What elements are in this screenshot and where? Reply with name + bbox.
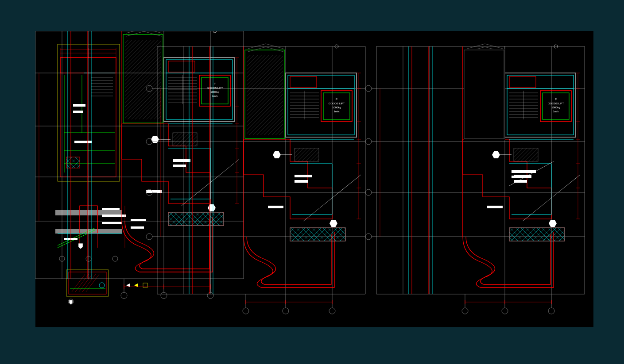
svg-rect-22 bbox=[73, 111, 83, 113]
svg-rect-126 bbox=[173, 165, 186, 167]
svg-marker-111 bbox=[208, 204, 216, 211]
svg-rect-23 bbox=[74, 141, 92, 143]
svg-line-48 bbox=[75, 274, 89, 292]
svg-rect-87 bbox=[125, 40, 161, 119]
lift-label-line4: 1m/s bbox=[212, 95, 217, 97]
dim-chain-right bbox=[235, 57, 239, 203]
lift-label-line2: GOODS LIFT bbox=[207, 87, 223, 89]
svg-rect-129 bbox=[464, 49, 505, 140]
svg-rect-92 bbox=[168, 61, 195, 72]
svg-line-50 bbox=[82, 274, 96, 292]
svg-line-47 bbox=[72, 274, 85, 292]
svg-rect-42 bbox=[131, 226, 144, 229]
cad-drawing-svg: F GOODS LIFT 1000kg 1m/s bbox=[35, 31, 593, 327]
svg-rect-41 bbox=[131, 219, 146, 221]
svg-rect-105 bbox=[173, 133, 197, 146]
detail-section-b bbox=[53, 203, 146, 261]
svg-rect-6 bbox=[60, 57, 116, 73]
svg-rect-54 bbox=[143, 283, 147, 287]
escalator-block bbox=[123, 31, 163, 123]
svg-rect-134 bbox=[512, 170, 536, 173]
svg-rect-109 bbox=[168, 212, 224, 226]
svg-rect-40 bbox=[102, 222, 122, 224]
lift-label-line3: 1000kg bbox=[210, 91, 219, 93]
detail-plan-c bbox=[66, 270, 147, 304]
svg-point-128 bbox=[213, 31, 217, 33]
floor-plan-2 bbox=[365, 44, 585, 314]
svg-rect-13 bbox=[66, 157, 80, 168]
lift-label-line1: F bbox=[214, 82, 216, 85]
svg-rect-38 bbox=[102, 208, 120, 210]
svg-point-75 bbox=[121, 292, 127, 299]
svg-rect-39 bbox=[102, 215, 126, 217]
svg-line-49 bbox=[79, 274, 92, 292]
svg-point-76 bbox=[161, 292, 167, 299]
floor-plan-1 bbox=[146, 44, 365, 314]
svg-rect-21 bbox=[73, 104, 85, 107]
svg-rect-125 bbox=[173, 159, 190, 162]
svg-point-53 bbox=[99, 283, 105, 288]
svg-rect-135 bbox=[512, 176, 531, 178]
cad-model-space[interactable]: F GOODS LIFT 1000kg 1m/s bbox=[35, 31, 593, 327]
lift-core: F GOODS LIFT 1000kg 1m/s bbox=[164, 57, 235, 122]
svg-line-133 bbox=[509, 161, 554, 186]
